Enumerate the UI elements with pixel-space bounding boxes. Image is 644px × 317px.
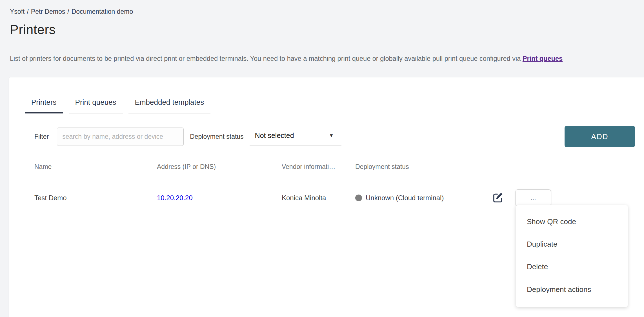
table-header: Name Address (IP or DNS) Vendor informat… <box>25 163 639 178</box>
filter-toolbar: Filter Deployment status Not selected ▼ … <box>25 126 639 147</box>
printer-name: Test Demo <box>34 194 157 202</box>
breadcrumb-item-documentation-demo[interactable]: Documentation demo <box>72 8 133 15</box>
edit-button[interactable] <box>492 192 504 204</box>
menu-item-show-qr-code[interactable]: Show QR code <box>516 210 628 233</box>
column-header-deployment-status: Deployment status <box>355 163 492 171</box>
column-header-vendor: Vendor informati… <box>282 163 355 171</box>
printers-page: { "breadcrumb": { "separator": "/", "ite… <box>0 0 644 317</box>
chevron-down-icon: ▼ <box>329 133 334 139</box>
add-button[interactable]: ADD <box>565 126 635 147</box>
status-dot-icon <box>355 195 362 201</box>
column-header-address: Address (IP or DNS) <box>157 163 282 171</box>
search-input[interactable] <box>57 128 184 146</box>
breadcrumb-item-petr-demos[interactable]: Petr Demos <box>31 8 65 15</box>
breadcrumb: Ysoft/Petr Demos/Documentation demo <box>10 8 634 15</box>
tab-embedded-templates[interactable]: Embedded templates <box>128 98 211 113</box>
printer-address-cell: 10.20.20.20 <box>157 194 282 202</box>
row-more-actions-button[interactable]: ... <box>516 189 551 206</box>
page-description: List of printers for documents to be pri… <box>10 54 634 63</box>
breadcrumb-separator: / <box>65 8 71 15</box>
deployment-status-filter-label: Deployment status <box>190 133 243 140</box>
printer-address-link[interactable]: 10.20.20.20 <box>157 194 193 202</box>
tab-bar: Printers Print queues Embedded templates <box>25 98 639 113</box>
menu-item-deployment-actions[interactable]: Deployment actions <box>516 278 628 301</box>
breadcrumb-separator: / <box>25 8 31 15</box>
deployment-status-select-value: Not selected <box>255 131 294 140</box>
printer-vendor: Konica Minolta <box>282 194 355 202</box>
page-header: Ysoft/Petr Demos/Documentation demo Prin… <box>0 0 644 63</box>
page-description-text: List of printers for documents to be pri… <box>10 55 523 62</box>
row-actions: ... <box>492 189 551 206</box>
column-header-name: Name <box>34 163 157 171</box>
page-title: Printers <box>10 22 634 37</box>
print-queues-link[interactable]: Print queues <box>523 55 563 62</box>
breadcrumb-item-ysoft[interactable]: Ysoft <box>10 8 25 15</box>
filter-label: Filter <box>34 133 49 140</box>
tab-print-queues[interactable]: Print queues <box>69 98 123 113</box>
menu-item-duplicate[interactable]: Duplicate <box>516 233 628 255</box>
row-actions-menu: Show QR code Duplicate Delete Deployment… <box>516 205 628 307</box>
tab-printers[interactable]: Printers <box>25 98 63 113</box>
deployment-status-select[interactable]: Not selected ▼ <box>250 127 341 146</box>
printer-deployment-status: Unknown (Cloud terminal) <box>355 194 492 202</box>
status-text: Unknown (Cloud terminal) <box>366 194 444 202</box>
menu-item-delete[interactable]: Delete <box>516 255 628 278</box>
edit-pencil-icon <box>492 192 504 204</box>
